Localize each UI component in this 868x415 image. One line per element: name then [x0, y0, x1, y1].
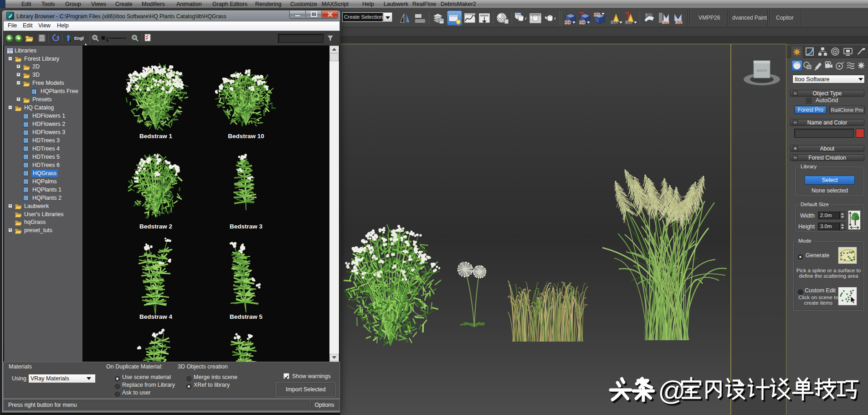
svg-text:BIN: BIN — [625, 20, 632, 25]
svg-text:SD: SD — [579, 20, 586, 25]
svg-text:BIN: BIN — [675, 20, 683, 25]
svg-text:SD: SD — [594, 12, 600, 17]
svg-text:BIN: BIN — [645, 13, 652, 17]
svg-text:BIN: BIN — [662, 20, 669, 25]
svg-text:@: @ — [658, 375, 686, 406]
svg-text:SD: SD — [565, 20, 571, 25]
svg-text:BACK: BACK — [757, 68, 767, 73]
svg-text:BIN: BIN — [611, 20, 618, 25]
